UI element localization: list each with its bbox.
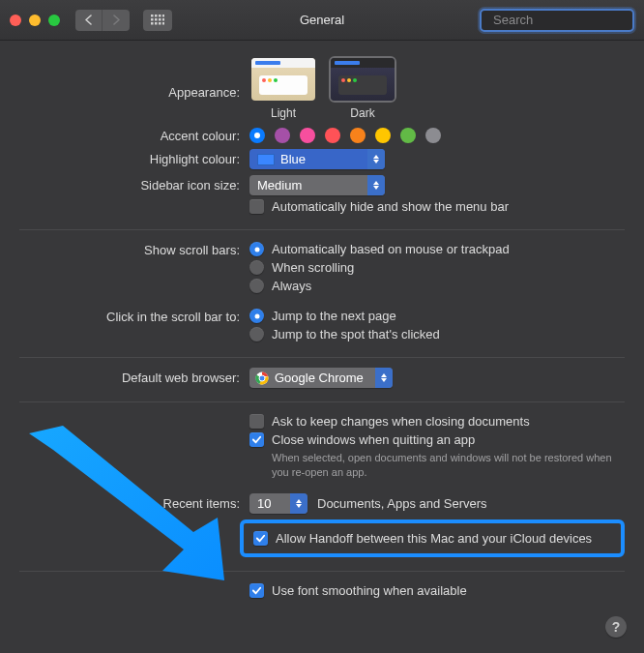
browser-label: Default web browser: [19, 368, 249, 385]
appearance-dark-thumb [329, 56, 396, 103]
chevron-updown-icon [375, 368, 393, 388]
accent-swatch-graphite[interactable] [425, 128, 441, 143]
scroll-bars-label: Show scroll bars: [19, 240, 249, 257]
accent-swatch-yellow[interactable] [375, 128, 391, 143]
sidebar-size-label: Sidebar icon size: [19, 175, 249, 193]
accent-swatches [249, 126, 625, 143]
appearance-dark-label: Dark [350, 106, 374, 120]
accent-swatch-orange[interactable] [350, 128, 366, 143]
font-smoothing-row[interactable]: Use font smoothing when available [249, 581, 625, 600]
forward-button[interactable] [102, 10, 130, 31]
highlight-colour-value: Blue [280, 152, 306, 166]
click-scroll-label: Click in the scroll bar to: [19, 307, 249, 324]
scroll-scrolling-radio[interactable] [249, 260, 264, 275]
divider [19, 401, 625, 402]
click-spot-row[interactable]: Jump to the spot that's clicked [249, 325, 625, 343]
show-all-button[interactable] [143, 10, 172, 31]
accent-swatch-pink[interactable] [300, 128, 315, 143]
click-spot-label: Jump to the spot that's clicked [272, 327, 440, 341]
ask-keep-row[interactable]: Ask to keep changes when closing documen… [249, 412, 625, 430]
scroll-auto-row[interactable]: Automatically based on mouse or trackpad [249, 240, 625, 258]
titlebar: General [0, 0, 644, 41]
window-controls [10, 15, 60, 26]
svg-rect-2 [159, 15, 161, 17]
handoff-checkbox[interactable] [253, 531, 268, 546]
ask-keep-label: Ask to keep changes when closing documen… [272, 414, 530, 429]
chevron-updown-icon [367, 175, 385, 195]
menubar-autohide-checkbox[interactable] [249, 199, 264, 214]
svg-rect-11 [162, 22, 164, 25]
svg-rect-3 [162, 15, 164, 17]
appearance-light-thumb [249, 56, 317, 103]
accent-label: Accent colour: [19, 126, 249, 143]
svg-rect-10 [159, 22, 161, 25]
recent-count-value: 10 [257, 496, 271, 511]
close-windows-checkbox[interactable] [249, 432, 264, 447]
sidebar-size-dropdown[interactable]: Medium [249, 175, 385, 195]
svg-rect-4 [151, 18, 154, 21]
appearance-dark[interactable]: Dark [329, 56, 396, 120]
close-windows-label: Close windows when quitting an app [272, 432, 475, 447]
highlight-colour-dropdown[interactable]: Blue [249, 149, 385, 169]
font-smoothing-label: Use font smoothing when available [272, 583, 467, 598]
divider [19, 571, 625, 572]
scroll-scrolling-row[interactable]: When scrolling [249, 258, 625, 277]
scroll-always-row[interactable]: Always [249, 277, 625, 295]
divider [19, 229, 625, 230]
help-glyph: ? [612, 619, 621, 635]
scroll-auto-radio[interactable] [249, 242, 264, 256]
scroll-auto-label: Automatically based on mouse or trackpad [272, 242, 510, 256]
accent-swatch-red[interactable] [325, 128, 340, 143]
handoff-row[interactable]: Allow Handoff between this Mac and your … [253, 531, 592, 546]
appearance-options: Light Dark [249, 56, 625, 120]
content: Appearance: Light Dark Accent colour: Hi… [0, 41, 644, 619]
close-windows-row[interactable]: Close windows when quitting an app [249, 430, 625, 449]
svg-rect-0 [151, 15, 154, 17]
appearance-label: Appearance: [19, 56, 249, 100]
handoff-label: Allow Handoff between this Mac and your … [276, 531, 592, 546]
handoff-highlight: Allow Handoff between this Mac and your … [240, 519, 625, 557]
help-button[interactable]: ? [605, 616, 627, 638]
scroll-scrolling-label: When scrolling [272, 260, 354, 275]
nav-group [75, 10, 130, 31]
click-next-label: Jump to the next page [272, 309, 396, 323]
close-window-button[interactable] [10, 15, 21, 26]
search-input[interactable] [491, 12, 644, 28]
chrome-icon [255, 371, 269, 385]
zoom-window-button[interactable] [48, 15, 60, 26]
sidebar-size-value: Medium [257, 178, 302, 193]
recent-count-dropdown[interactable]: 10 [249, 493, 307, 514]
svg-rect-5 [155, 18, 158, 21]
scroll-always-label: Always [272, 279, 311, 293]
window-title: General [300, 13, 344, 27]
menubar-autohide-row[interactable]: Automatically hide and show the menu bar [249, 197, 625, 216]
svg-rect-9 [155, 22, 158, 25]
click-spot-radio[interactable] [249, 327, 264, 341]
svg-point-15 [259, 375, 265, 381]
accent-swatch-purple[interactable] [275, 128, 290, 143]
click-next-radio[interactable] [249, 309, 264, 323]
divider [19, 357, 625, 358]
browser-value: Google Chrome [275, 371, 364, 385]
minimize-window-button[interactable] [29, 15, 41, 26]
recent-suffix: Documents, Apps and Servers [317, 496, 487, 511]
svg-rect-7 [162, 18, 164, 21]
chevron-updown-icon [290, 493, 307, 514]
menubar-autohide-label: Automatically hide and show the menu bar [272, 199, 509, 214]
highlight-label: Highlight colour: [19, 149, 249, 166]
accent-swatch-blue[interactable] [249, 128, 265, 143]
ask-keep-checkbox[interactable] [249, 414, 264, 429]
browser-dropdown[interactable]: Google Chrome [249, 368, 393, 388]
svg-rect-6 [159, 18, 161, 21]
font-smoothing-checkbox[interactable] [249, 583, 264, 598]
appearance-light[interactable]: Light [249, 56, 317, 120]
appearance-light-label: Light [271, 106, 296, 120]
highlight-swatch-icon [257, 154, 275, 165]
search-field-wrap[interactable] [480, 9, 634, 32]
back-button[interactable] [75, 10, 102, 31]
click-next-row[interactable]: Jump to the next page [249, 307, 625, 325]
accent-swatch-green[interactable] [400, 128, 416, 143]
scroll-always-radio[interactable] [249, 279, 264, 293]
close-windows-hint: When selected, open documents and window… [249, 449, 617, 480]
svg-rect-1 [155, 15, 158, 17]
